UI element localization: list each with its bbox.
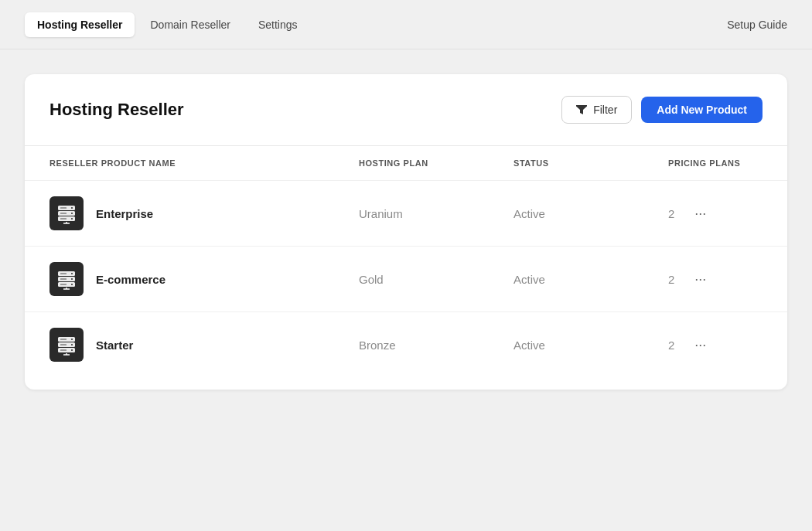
filter-button[interactable]: Filter bbox=[561, 96, 632, 124]
add-new-product-button[interactable]: Add New Product bbox=[641, 97, 763, 123]
svg-point-15 bbox=[71, 278, 73, 280]
page-title: Hosting Reseller bbox=[49, 100, 184, 120]
svg-rect-29 bbox=[60, 344, 67, 345]
svg-rect-8 bbox=[60, 218, 67, 220]
col-header-name: Reseller Product Name bbox=[49, 158, 359, 168]
card-header: Hosting Reseller Filter Add New Product bbox=[25, 74, 787, 146]
product-cell-ecommerce: E-commerce bbox=[49, 262, 359, 296]
pricing-enterprise: 2 ··· bbox=[668, 205, 763, 222]
nav-tab-hosting-reseller[interactable]: Hosting Reseller bbox=[25, 12, 135, 37]
pricing-count-starter: 2 bbox=[668, 339, 674, 352]
svg-rect-7 bbox=[60, 213, 67, 214]
header-actions: Filter Add New Product bbox=[561, 96, 763, 124]
nav-tab-settings[interactable]: Settings bbox=[246, 12, 310, 37]
more-menu-enterprise[interactable]: ··· bbox=[690, 205, 711, 222]
svg-rect-30 bbox=[60, 349, 67, 351]
server-icon bbox=[56, 268, 77, 290]
products-table: Reseller Product Name Hosting Plan Statu… bbox=[25, 146, 787, 390]
product-cell-starter: Starter bbox=[49, 328, 359, 362]
hosting-plan-enterprise: Uranium bbox=[359, 207, 513, 220]
svg-rect-19 bbox=[60, 284, 67, 285]
table-header: Reseller Product Name Hosting Plan Statu… bbox=[25, 146, 787, 181]
product-name-starter: Starter bbox=[96, 339, 133, 352]
server-icon bbox=[56, 334, 77, 356]
col-header-hosting-plan: Hosting Plan bbox=[359, 158, 513, 168]
svg-rect-28 bbox=[60, 339, 67, 340]
status-enterprise: Active bbox=[513, 207, 668, 220]
pricing-count-ecommerce: 2 bbox=[668, 273, 674, 286]
main-content: Hosting Reseller Filter Add New Product … bbox=[0, 49, 812, 414]
svg-point-26 bbox=[71, 344, 73, 345]
product-name-ecommerce: E-commerce bbox=[96, 273, 165, 286]
svg-rect-6 bbox=[60, 207, 67, 209]
top-nav: Hosting Reseller Domain Reseller Setting… bbox=[0, 0, 812, 49]
product-icon-ecommerce bbox=[49, 262, 84, 296]
pricing-ecommerce: 2 ··· bbox=[668, 271, 763, 288]
svg-point-25 bbox=[71, 339, 73, 340]
product-icon-starter bbox=[49, 328, 84, 362]
product-name-enterprise: Enterprise bbox=[96, 207, 153, 220]
product-icon-enterprise bbox=[49, 196, 84, 230]
svg-point-3 bbox=[71, 207, 73, 209]
svg-point-27 bbox=[71, 349, 73, 351]
filter-icon bbox=[576, 105, 587, 114]
hosting-plan-ecommerce: Gold bbox=[359, 273, 513, 286]
filter-label: Filter bbox=[593, 104, 617, 116]
svg-rect-18 bbox=[60, 278, 67, 280]
nav-tab-domain-reseller[interactable]: Domain Reseller bbox=[138, 12, 242, 37]
svg-point-4 bbox=[71, 213, 73, 214]
pricing-count-enterprise: 2 bbox=[668, 207, 674, 220]
setup-guide-link[interactable]: Setup Guide bbox=[727, 19, 787, 31]
nav-tabs: Hosting Reseller Domain Reseller Setting… bbox=[25, 12, 310, 37]
svg-point-14 bbox=[71, 273, 73, 274]
svg-rect-17 bbox=[60, 273, 67, 274]
product-cell-enterprise: Enterprise bbox=[49, 196, 359, 230]
more-menu-starter[interactable]: ··· bbox=[690, 336, 711, 353]
table-row: Starter Bronze Active 2 ··· bbox=[25, 312, 787, 377]
more-menu-ecommerce[interactable]: ··· bbox=[690, 271, 711, 288]
server-icon bbox=[56, 203, 77, 224]
hosting-plan-starter: Bronze bbox=[359, 339, 513, 352]
table-row: Enterprise Uranium Active 2 ··· bbox=[25, 181, 787, 247]
status-starter: Active bbox=[513, 339, 668, 352]
pricing-starter: 2 ··· bbox=[668, 336, 763, 353]
svg-point-16 bbox=[71, 284, 73, 285]
col-header-status: Status bbox=[513, 158, 668, 168]
status-ecommerce: Active bbox=[513, 273, 668, 286]
hosting-reseller-card: Hosting Reseller Filter Add New Product … bbox=[25, 74, 787, 390]
svg-point-5 bbox=[71, 218, 73, 220]
table-row: E-commerce Gold Active 2 ··· bbox=[25, 247, 787, 312]
col-header-pricing-plans: Pricing Plans bbox=[668, 158, 763, 168]
